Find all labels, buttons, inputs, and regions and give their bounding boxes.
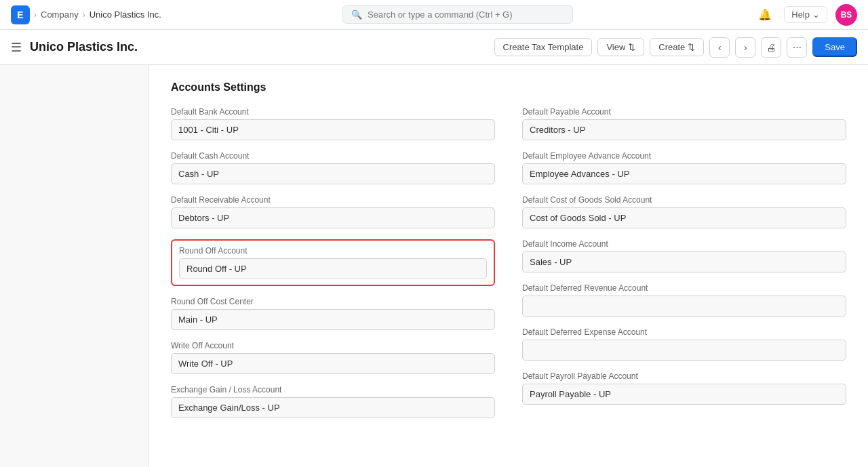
label-default-payable-account: Default Payable Account — [522, 107, 846, 117]
form-grid: Default Bank Account Default Cash Accoun… — [171, 107, 846, 429]
print-button[interactable]: 🖨 — [761, 37, 781, 58]
main-content: Accounts Settings Default Bank Account D… — [0, 65, 868, 467]
hamburger-icon[interactable]: ☰ — [11, 40, 22, 55]
input-default-cash-account[interactable] — [171, 163, 495, 184]
app-icon[interactable]: E — [11, 5, 30, 24]
label-default-cash-account: Default Cash Account — [171, 151, 495, 161]
breadcrumb-company[interactable]: Company — [41, 9, 79, 20]
label-write-off-account: Write Off Account — [171, 341, 495, 350]
breadcrumb-current: Unico Plastics Inc. — [90, 9, 161, 20]
create-button[interactable]: Create ⇅ — [650, 38, 704, 56]
input-default-receivable-account[interactable] — [171, 207, 495, 228]
label-default-bank-account: Default Bank Account — [171, 107, 495, 117]
label-default-deferred-expense: Default Deferred Expense Account — [522, 327, 846, 337]
view-chevron-icon: ⇅ — [628, 42, 635, 52]
input-default-income-account[interactable] — [522, 251, 846, 272]
next-button[interactable]: › — [735, 37, 755, 58]
page-title: Unico Plastics Inc. — [30, 40, 138, 54]
field-default-bank-account: Default Bank Account — [171, 107, 495, 140]
content-area: Accounts Settings Default Bank Account D… — [149, 65, 868, 467]
field-round-off-account: Round Off Account — [171, 239, 495, 286]
save-button[interactable]: Save — [812, 37, 857, 57]
label-round-off-account: Round Off Account — [179, 246, 487, 256]
input-round-off-cost-center[interactable] — [171, 309, 495, 330]
field-default-cogs-account: Default Cost of Goods Sold Account — [522, 195, 846, 228]
input-default-deferred-expense[interactable] — [522, 340, 846, 361]
create-tax-template-button[interactable]: Create Tax Template — [494, 38, 593, 56]
left-column: Default Bank Account Default Cash Accoun… — [171, 107, 495, 429]
help-button[interactable]: Help ⌄ — [784, 6, 827, 23]
label-exchange-gain-loss: Exchange Gain / Loss Account — [171, 385, 495, 394]
input-default-employee-advance[interactable] — [522, 163, 846, 184]
input-default-bank-account[interactable] — [171, 119, 495, 140]
field-default-payable-account: Default Payable Account — [522, 107, 846, 140]
field-default-receivable-account: Default Receivable Account — [171, 195, 495, 228]
sidebar — [0, 65, 149, 467]
label-default-receivable-account: Default Receivable Account — [171, 195, 495, 205]
input-default-payroll-payable[interactable] — [522, 384, 846, 405]
input-default-payable-account[interactable] — [522, 119, 846, 140]
label-default-cogs-account: Default Cost of Goods Sold Account — [522, 195, 846, 205]
input-default-deferred-revenue[interactable] — [522, 296, 846, 317]
create-chevron-icon: ⇅ — [688, 42, 695, 52]
label-default-deferred-revenue: Default Deferred Revenue Account — [522, 283, 846, 293]
toolbar-left: ☰ Unico Plastics Inc. — [11, 40, 138, 55]
more-options-button[interactable]: ··· — [787, 37, 807, 58]
field-default-employee-advance: Default Employee Advance Account — [522, 151, 846, 184]
field-round-off-cost-center: Round Off Cost Center — [171, 297, 495, 330]
view-button[interactable]: View ⇅ — [597, 38, 644, 56]
field-write-off-account: Write Off Account — [171, 341, 495, 374]
breadcrumb-sep-1: › — [34, 10, 37, 20]
toolbar-right: Create Tax Template View ⇅ Create ⇅ ‹ › … — [494, 37, 857, 58]
field-default-payroll-payable: Default Payroll Payable Account — [522, 371, 846, 405]
toolbar: ☰ Unico Plastics Inc. Create Tax Templat… — [0, 30, 868, 65]
field-default-income-account: Default Income Account — [522, 239, 846, 272]
avatar[interactable]: BS — [835, 4, 857, 26]
input-write-off-account[interactable] — [171, 353, 495, 374]
top-nav-right: 🔔 Help ⌄ BS — [754, 4, 857, 26]
label-round-off-cost-center: Round Off Cost Center — [171, 297, 495, 306]
search-input[interactable] — [368, 9, 564, 20]
label-default-payroll-payable: Default Payroll Payable Account — [522, 371, 846, 381]
search-icon: 🔍 — [351, 9, 362, 20]
search-bar[interactable]: 🔍 — [342, 5, 573, 24]
breadcrumb-sep-2: › — [83, 10, 85, 20]
top-navigation: E › Company › Unico Plastics Inc. 🔍 🔔 He… — [0, 0, 868, 30]
label-default-employee-advance: Default Employee Advance Account — [522, 151, 846, 161]
field-default-cash-account: Default Cash Account — [171, 151, 495, 184]
prev-button[interactable]: ‹ — [709, 37, 730, 58]
field-exchange-gain-loss: Exchange Gain / Loss Account — [171, 385, 495, 418]
view-label: View — [606, 42, 625, 52]
right-column: Default Payable Account Default Employee… — [522, 107, 846, 429]
notifications-button[interactable]: 🔔 — [754, 4, 776, 26]
help-chevron-icon: ⌄ — [812, 9, 820, 20]
field-default-deferred-revenue: Default Deferred Revenue Account — [522, 283, 846, 317]
search-area: 🔍 — [161, 5, 754, 24]
input-round-off-account[interactable] — [179, 258, 487, 279]
create-label: Create — [658, 42, 685, 52]
help-label: Help — [791, 9, 810, 20]
label-default-income-account: Default Income Account — [522, 239, 846, 249]
field-default-deferred-expense: Default Deferred Expense Account — [522, 327, 846, 361]
input-exchange-gain-loss[interactable] — [171, 397, 495, 418]
input-default-cogs-account[interactable] — [522, 207, 846, 228]
section-title: Accounts Settings — [171, 81, 846, 94]
breadcrumb-area: E › Company › Unico Plastics Inc. — [11, 5, 161, 24]
